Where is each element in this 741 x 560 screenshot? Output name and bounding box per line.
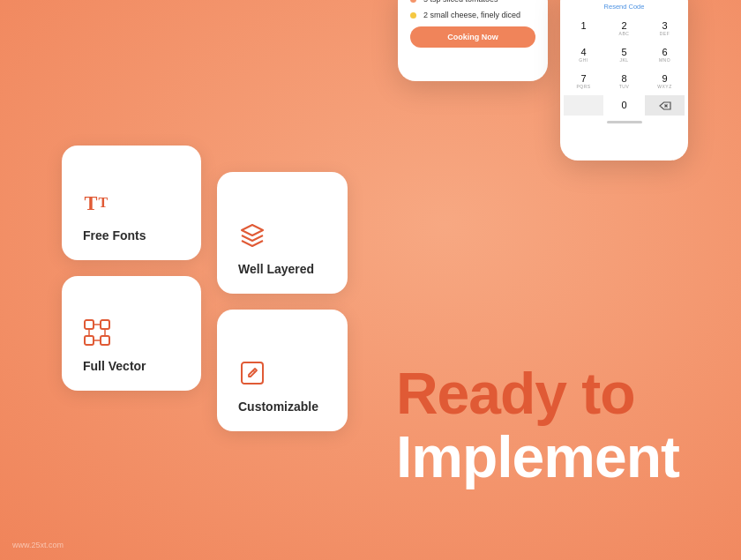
- key-delete[interactable]: [645, 95, 685, 116]
- svg-rect-12: [242, 362, 263, 384]
- resend-code-link[interactable]: Resend Code: [560, 3, 688, 11]
- layers-icon: [238, 221, 266, 250]
- cards-col-left: T T Free Fonts Full Vector: [62, 146, 201, 431]
- recipe-item-2: 2 small cheese, finely diced: [410, 11, 535, 19]
- svg-text:T: T: [99, 195, 109, 210]
- key-8[interactable]: 8TUV: [604, 69, 644, 94]
- key-3[interactable]: 3DEF: [645, 16, 685, 41]
- keypad-zero-row: 0: [560, 95, 688, 116]
- dot-orange: [410, 0, 416, 3]
- dot-yellow: [410, 12, 416, 19]
- recipe-text-2: 2 small cheese, finely diced: [423, 11, 520, 19]
- feature-card-customizable: Customizable: [217, 310, 348, 431]
- font-icon: T T: [83, 188, 111, 216]
- customizable-label: Customizable: [238, 399, 318, 414]
- svg-rect-4: [85, 320, 94, 329]
- svg-rect-7: [101, 336, 109, 345]
- key-5[interactable]: 5JKL: [604, 42, 644, 68]
- svg-rect-6: [85, 336, 94, 345]
- recipe-item-1: 5 tsp sliced tomatoes: [410, 0, 535, 4]
- feature-card-full-vector: Full Vector: [62, 276, 201, 391]
- phone-card-keypad: Don't receive a code? Resend Code 1 2ABC…: [560, 0, 688, 161]
- keypad-grid: 1 2ABC 3DEF 4GHI 5JKL 6MNO 7PQRS 8TUV 9W…: [560, 16, 688, 94]
- key-2[interactable]: 2ABC: [604, 16, 644, 41]
- free-fonts-label: Free Fonts: [83, 228, 146, 243]
- phone-card-recipe: 5 tsp sliced tomatoes 2 small cheese, fi…: [398, 0, 548, 81]
- headline-line2: Implement: [396, 425, 679, 489]
- svg-line-13: [253, 370, 255, 372]
- cards-col-right: Well Layered Customizable: [217, 146, 348, 431]
- key-1[interactable]: 1: [564, 16, 603, 41]
- keypad-header: Don't receive a code?: [560, 0, 688, 1]
- feature-card-free-fonts: T T Free Fonts: [62, 146, 201, 260]
- feature-card-well-layered: Well Layered: [217, 172, 348, 294]
- headline-section: Ready to Implement: [396, 362, 679, 489]
- watermark: www.25xt.com: [12, 541, 64, 549]
- edit-icon: [238, 359, 266, 387]
- cook-button[interactable]: Cooking Now: [410, 26, 535, 48]
- phone-home-bar: [607, 121, 642, 123]
- vector-icon: [83, 318, 111, 347]
- well-layered-label: Well Layered: [238, 262, 314, 276]
- recipe-text-1: 5 tsp sliced tomatoes: [423, 0, 498, 4]
- key-7[interactable]: 7PQRS: [564, 69, 603, 94]
- key-0[interactable]: 0: [604, 95, 644, 116]
- key-6[interactable]: 6MNO: [645, 42, 685, 68]
- svg-text:T: T: [85, 192, 98, 214]
- phone-mockups: 5 tsp sliced tomatoes 2 small cheese, fi…: [398, 0, 688, 161]
- headline-line1: Ready to: [396, 362, 679, 426]
- cards-section: T T Free Fonts Full Vector: [62, 146, 348, 431]
- key-9[interactable]: 9WXYZ: [645, 69, 685, 94]
- page-container: 5 tsp sliced tomatoes 2 small cheese, fi…: [0, 0, 741, 560]
- svg-rect-5: [101, 320, 109, 329]
- key-4[interactable]: 4GHI: [564, 42, 603, 68]
- full-vector-label: Full Vector: [83, 359, 146, 373]
